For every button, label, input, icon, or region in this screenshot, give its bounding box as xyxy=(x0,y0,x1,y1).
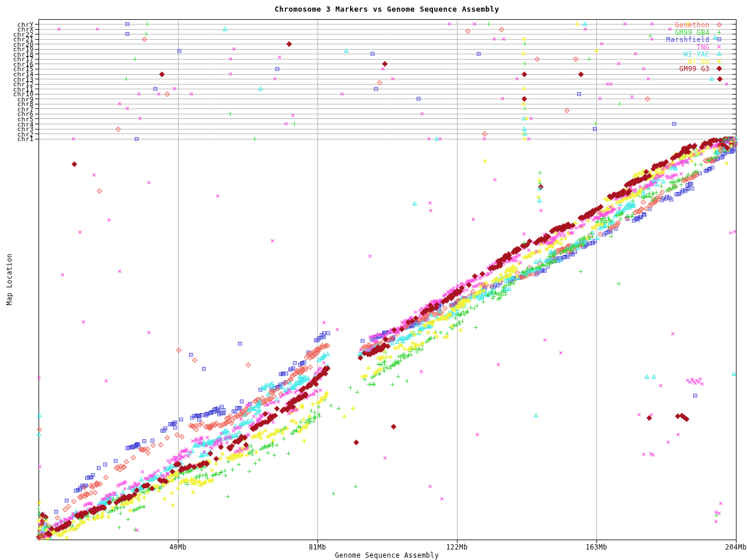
chart-page: Chromosome 3 Markers vs Genome Sequence … xyxy=(0,0,747,560)
plot-canvas xyxy=(0,0,747,560)
y-axis-label: Map Location xyxy=(5,247,13,312)
x-tick-label-81: 81Mb xyxy=(300,543,335,551)
x-tick-label-122: 122Mb xyxy=(439,543,474,551)
x-tick-label-40: 40Mb xyxy=(160,543,196,551)
x-axis-label: Genome Sequence Assembly xyxy=(270,551,504,559)
chart-title: Chromosome 3 Markers vs Genome Sequence … xyxy=(198,5,575,13)
x-tick-label-204: 204Mb xyxy=(718,543,747,551)
chr-tick-label-chrY: chrY xyxy=(5,21,34,29)
x-tick-label-163: 163Mb xyxy=(579,543,614,551)
legend-label-gm99g3: GM99 G3 xyxy=(616,65,710,73)
